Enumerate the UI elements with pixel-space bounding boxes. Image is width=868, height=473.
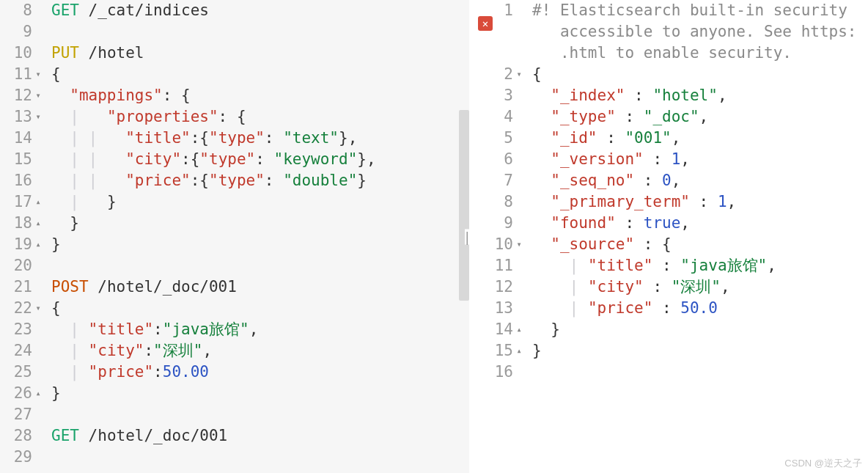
scrollbar-vertical[interactable] [459,110,469,301]
fold-open-icon[interactable]: ▾ [34,64,43,85]
code-line: | "title" : "java旅馆", [532,255,868,276]
line-number [469,43,513,64]
fold-open-icon[interactable]: ▾ [515,64,523,85]
code-line: | "price" : 50.0 [532,298,868,319]
line-number: 10▾ [469,234,513,255]
line-number: 14 [0,128,32,149]
right-output-pane[interactable]: ✕ 12▾345678910▾11121314▴15▴16 #! Elastic… [469,0,868,473]
line-number: 1 [469,0,513,21]
code-line: "_source" : { [532,234,868,255]
code-line[interactable]: { [51,64,469,85]
code-line[interactable] [51,21,469,43]
line-number: 8 [0,0,32,21]
code-line: "_index" : "hotel", [532,85,868,106]
line-number: 25 [0,362,32,383]
fold-open-icon[interactable]: ▾ [34,85,43,106]
line-number: 14▴ [469,319,513,340]
fold-open-icon[interactable]: ▾ [515,234,523,255]
code-line[interactable]: } [51,234,469,255]
fold-open-icon[interactable]: ▾ [34,298,43,319]
code-line[interactable]: POST /hotel/_doc/001 [51,276,469,298]
line-number: 9 [469,213,513,234]
line-number: 13 [469,298,513,319]
line-number: 12 [469,276,513,298]
line-number: 15▴ [469,340,513,362]
line-number: 28 [0,425,32,447]
right-code: #! Elasticsearch built-in security acces… [532,0,868,473]
left-editor-pane[interactable]: 891011▾12▾13▾14151617▴18▴19▴202122▾23242… [0,0,469,473]
code-line[interactable]: | | "title":{"type": "text"}, [51,128,469,149]
line-number: 29 [0,447,32,468]
watermark-text: CSDN @逆天之子 [784,457,862,470]
code-line: "_type" : "_doc", [532,106,868,128]
code-line: { [532,64,868,85]
code-line: .html to enable security. [532,43,868,64]
code-line [532,362,868,383]
line-number: 5 [469,128,513,149]
line-number: 10 [0,43,32,64]
line-number: 11 [469,255,513,276]
code-line[interactable]: | "city":"深圳", [51,340,469,362]
fold-close-icon[interactable]: ▴ [34,213,43,234]
code-line[interactable]: | "properties": { [51,106,469,128]
code-line[interactable]: GET /hotel/_doc/001 [51,425,469,447]
line-number: 3 [469,85,513,106]
code-line: } [532,319,868,340]
line-number: 8 [469,191,513,213]
code-line[interactable]: PUT /hotel [51,43,469,64]
line-number: 19▴ [0,234,32,255]
line-number: 6 [469,149,513,170]
code-line: accessible to anyone. See https: [532,21,868,43]
code-line[interactable]: } [51,213,469,234]
code-line[interactable]: { [51,298,469,319]
line-number: 21 [0,276,32,298]
code-line[interactable] [51,447,469,468]
code-line[interactable]: | | "price":{"type": "double"} [51,170,469,191]
code-line: "_id" : "001", [532,128,868,149]
fold-close-icon[interactable]: ▴ [34,234,43,255]
line-number: 2▾ [469,64,513,85]
line-number: 4 [469,106,513,128]
line-number: 15 [0,149,32,170]
line-number: 16 [0,170,32,191]
code-line: #! Elasticsearch built-in security [532,0,868,21]
fold-close-icon[interactable]: ▴ [34,383,43,404]
fold-close-icon[interactable]: ▴ [34,191,43,213]
fold-close-icon[interactable]: ▴ [515,340,523,362]
line-number: 16 [469,362,513,383]
code-line: "found" : true, [532,213,868,234]
line-number: 11▾ [0,64,32,85]
line-number: 24 [0,340,32,362]
line-number: 7 [469,170,513,191]
line-number: 27 [0,404,32,425]
code-line: | "city" : "深圳", [532,276,868,298]
left-gutter: 891011▾12▾13▾14151617▴18▴19▴202122▾23242… [0,0,40,473]
editor-root: 891011▾12▾13▾14151617▴18▴19▴202122▾23242… [0,0,868,473]
line-number: 26▴ [0,383,32,404]
code-line: "_seq_no" : 0, [532,170,868,191]
code-line[interactable] [51,404,469,425]
left-code[interactable]: GET /_cat/indicesPUT /hotel{ "mappings":… [51,0,469,473]
line-number [469,21,513,43]
code-line: } [532,340,868,362]
code-line[interactable]: | | "city":{"type": "keyword"}, [51,149,469,170]
line-number: 17▴ [0,191,32,213]
code-line[interactable]: "mappings": { [51,85,469,106]
code-line[interactable]: } [51,383,469,404]
line-number: 12▾ [0,85,32,106]
code-line[interactable]: | "title":"java旅馆", [51,319,469,340]
code-line[interactable]: GET /_cat/indices [51,0,469,21]
line-number: 9 [0,21,32,43]
code-line: "_version" : 1, [532,149,868,170]
code-line[interactable] [51,255,469,276]
fold-close-icon[interactable]: ▴ [515,319,523,340]
line-number: 22▾ [0,298,32,319]
code-line[interactable]: | } [51,191,469,213]
code-line[interactable]: | "price":50.00 [51,362,469,383]
line-number: 18▴ [0,213,32,234]
fold-open-icon[interactable]: ▾ [34,106,43,128]
line-number: 23 [0,319,32,340]
right-gutter: 12▾345678910▾11121314▴15▴16 [469,0,521,473]
line-number: 20 [0,255,32,276]
line-number: 13▾ [0,106,32,128]
